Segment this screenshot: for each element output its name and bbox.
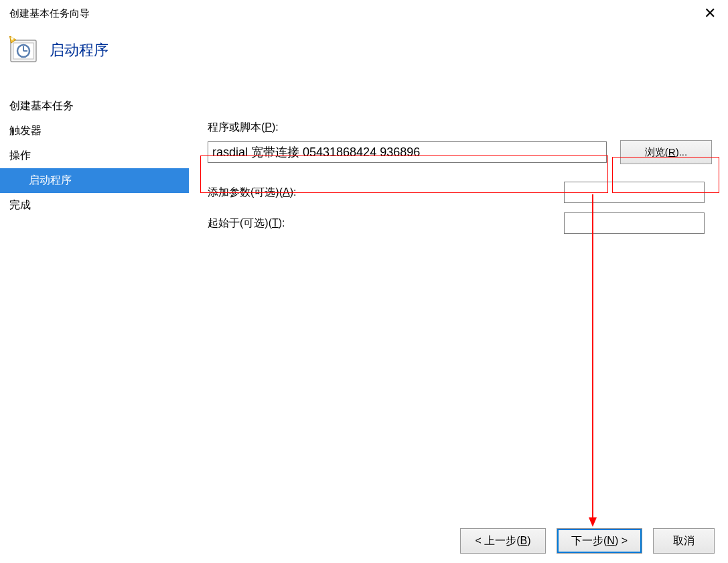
sidebar-item-action[interactable]: 操作	[0, 143, 189, 168]
back-button[interactable]: < 上一步(B)	[460, 528, 546, 554]
next-button[interactable]: 下一步(N) >	[557, 528, 642, 554]
close-icon[interactable]: ✕	[699, 6, 721, 21]
cancel-button[interactable]: 取消	[653, 528, 715, 554]
program-script-label: 程序或脚本(P):	[208, 121, 712, 135]
sidebar-item-finish[interactable]: 完成	[0, 193, 189, 218]
wizard-icon	[9, 36, 38, 64]
start-in-label: 起始于(可选)(T):	[208, 216, 285, 231]
page-title: 启动程序	[50, 40, 108, 60]
sidebar-item-trigger[interactable]: 触发器	[0, 119, 189, 143]
wizard-sidebar: 创建基本任务 触发器 操作 启动程序 完成	[0, 94, 189, 523]
program-script-input[interactable]	[208, 141, 607, 163]
main-panel: 程序或脚本(P): 浏览(R)... 添加参数(可选)(A): 起始于(可选)(…	[189, 94, 728, 523]
wizard-header: 启动程序	[0, 23, 728, 94]
start-in-input[interactable]	[564, 212, 705, 234]
wizard-buttons: < 上一步(B) 下一步(N) > 取消	[460, 528, 715, 554]
browse-button[interactable]: 浏览(R)...	[620, 140, 712, 164]
add-arguments-input[interactable]	[564, 182, 705, 203]
window-title: 创建基本任务向导	[9, 7, 90, 20]
sidebar-item-create-task[interactable]: 创建基本任务	[0, 94, 189, 119]
add-arguments-label: 添加参数(可选)(A):	[208, 186, 296, 200]
sidebar-item-start-program[interactable]: 启动程序	[0, 168, 189, 193]
